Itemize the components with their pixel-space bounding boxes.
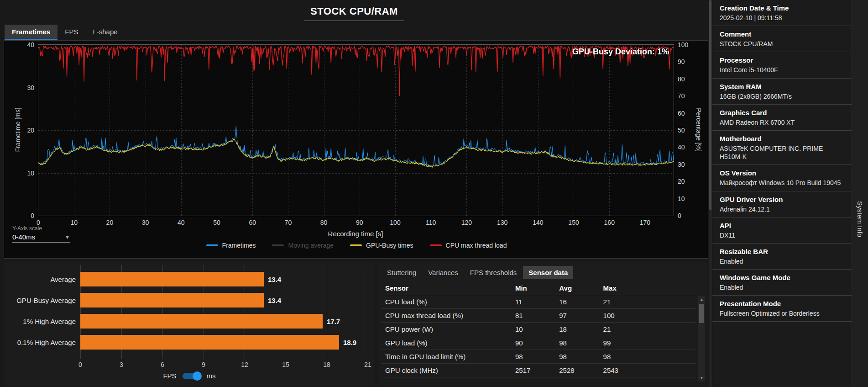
system-info-label: OS Version	[720, 169, 844, 177]
legend-label: Moving average	[288, 242, 334, 249]
system-info-value: STOCK CPU/RAM	[720, 40, 844, 48]
x-tick: 50	[213, 219, 220, 226]
sensor-cell: GPU clock (MHz)	[382, 364, 513, 377]
system-info-value: ASUSTeK COMPUTER INC. PRIME H510M-K	[720, 144, 844, 161]
x-tick: 70	[285, 219, 292, 226]
bar-chart: Average13.4GPU-Busy Average13.41% High A…	[9, 262, 370, 386]
main-scrollbar[interactable]	[709, 0, 712, 387]
bar	[80, 314, 323, 329]
system-info-label: Resizable BAR	[720, 248, 844, 255]
y-right-tick: 30	[678, 161, 685, 168]
y-right-tick: 60	[678, 110, 685, 117]
system-info-tab[interactable]: System Info	[852, 0, 868, 387]
table-scroll-thumb[interactable]	[699, 304, 704, 323]
y-right-tick: 80	[678, 75, 685, 83]
system-info-label: API	[720, 222, 844, 229]
sensor-col-header: Sensor	[382, 281, 513, 295]
system-info-sidebar: Creation Date & Time2025-02-10 | 09:11:5…	[712, 0, 852, 387]
bar-label: 0.1% High Average	[9, 339, 76, 346]
frametime-chart-canvas[interactable]	[38, 45, 674, 216]
x-tick: 110	[426, 219, 436, 226]
sensor-cell: 97	[557, 309, 601, 323]
sensor-cell: 10	[513, 323, 557, 336]
sensor-table-wrap: SensorMinAvgMax CPU load (%)111621CPU ma…	[382, 281, 695, 377]
sensor-cell: 98	[513, 350, 557, 364]
tab-frametimes[interactable]: Frametimes	[5, 25, 58, 40]
system-info-value: AMD Radeon RX 6700 XT	[720, 118, 844, 127]
y-axis-scale-control: Y-Axis scale 0-40ms ▼	[12, 225, 70, 243]
legend-swatch-icon	[206, 244, 218, 246]
sensor-cell: Time in GPU load limit (%)	[382, 350, 513, 364]
x-tick: 80	[320, 219, 328, 226]
bar-tick-label: 0	[78, 361, 82, 368]
tab-fps-thresholds[interactable]: FPS thresholds	[465, 266, 523, 279]
sensor-row: CPU load (%)111621	[382, 295, 695, 309]
bar-value: 13.4	[268, 276, 281, 283]
frametime-chart-panel: GPU-Busy Deviation: 1% Frametime [ms] Pe…	[4, 40, 708, 259]
bar	[80, 272, 264, 286]
bar-row-1-high-average: 1% High Average17.7	[9, 311, 370, 332]
scroll-up-icon[interactable]: ▲	[698, 296, 705, 303]
tab-l-shape[interactable]: L-shape	[85, 25, 125, 40]
sensor-table-head: SensorMinAvgMax	[382, 281, 695, 295]
y-right-tick: 90	[678, 58, 685, 65]
sensor-cell: 21	[601, 323, 695, 336]
x-tick: 0	[37, 219, 40, 226]
y-right-tick: 40	[678, 143, 685, 151]
system-info-label: Motherboard	[720, 135, 844, 143]
sensor-cell: 16	[557, 295, 601, 309]
table-scrollbar[interactable]: ▲ ▼	[698, 296, 705, 382]
system-info-label: GPU Driver Version	[720, 196, 844, 203]
scroll-down-icon[interactable]: ▼	[698, 375, 705, 382]
y-axis-scale-dropdown[interactable]: 0-40ms ▼	[12, 233, 70, 243]
system-info-label: Graphics Card	[720, 109, 844, 117]
y-right-tick: 10	[678, 195, 685, 202]
toggle-knob-icon	[193, 371, 202, 381]
sensor-row: GPU clock (MHz)251725282543	[382, 364, 695, 377]
tab-variances[interactable]: Variances	[423, 266, 464, 279]
tab-fps[interactable]: FPS	[58, 25, 85, 40]
system-info-value: Fullscreen Optimized or Borderless	[720, 309, 844, 318]
sensor-cell: CPU power (W)	[382, 323, 513, 336]
y-right-tick: 0	[678, 212, 681, 219]
system-info-item-processor: ProcessorIntel Core i5-10400F	[712, 52, 852, 78]
tab-stuttering[interactable]: Stuttering	[382, 266, 422, 279]
chart-legend: FrametimesMoving averageGPU-Busy timesCP…	[4, 242, 709, 249]
sensor-cell: 81	[513, 309, 557, 323]
view-tabs: FrametimesFPSL-shape	[5, 25, 125, 40]
sensor-cell: 11	[513, 295, 557, 309]
system-info-value: Adrenalin 24.12.1	[720, 205, 844, 213]
x-tick: 140	[533, 219, 543, 226]
sensor-cell: 98	[557, 336, 601, 350]
bar-axis-ticks: 036912151821	[9, 361, 370, 370]
page-title: STOCK CPU/RAM	[304, 5, 404, 21]
sensor-row: CPU power (W)101821	[382, 323, 695, 336]
sensor-row: GPU load (%)909899	[382, 336, 695, 350]
legend-cpu-max-thread-load[interactable]: CPU max thread load	[430, 242, 507, 249]
sensor-cell: CPU max thread load (%)	[382, 309, 513, 323]
legend-gpu-busy-times[interactable]: GPU-Busy times	[350, 242, 413, 249]
legend-moving-average[interactable]: Moving average	[272, 242, 334, 249]
system-info-value: 2025-02-10 | 09:11:58	[720, 14, 844, 22]
legend-frametimes[interactable]: Frametimes	[206, 242, 256, 249]
x-tick: 60	[249, 219, 256, 226]
system-info-label: Presentation Mode	[720, 300, 844, 307]
unit-toggle[interactable]	[183, 373, 201, 379]
legend-swatch-icon	[430, 244, 442, 246]
x-tick: 120	[461, 219, 472, 226]
bar-tick-label: 6	[161, 361, 164, 368]
bar-tick-label: 21	[364, 361, 371, 368]
y-left-tick: 30	[12, 84, 34, 91]
sensor-cell: 99	[601, 336, 695, 350]
system-info-item-presentation-mode: Presentation ModeFullscreen Optimized or…	[712, 296, 852, 322]
main-scroll-thumb[interactable]	[709, 0, 711, 210]
system-info-item-creation-date-time: Creation Date & Time2025-02-10 | 09:11:5…	[712, 0, 852, 26]
bar-row-gpu-busy-average: GPU-Busy Average13.4	[9, 290, 370, 311]
x-tick: 20	[106, 219, 114, 226]
sensor-cell: 2528	[557, 364, 601, 377]
tab-sensor-data[interactable]: Sensor data	[523, 266, 573, 279]
system-info-value: Майкрософт Windows 10 Pro Build 19045	[720, 179, 844, 187]
system-info-value: Intel Core i5-10400F	[720, 66, 844, 74]
capframex-window: STOCK CPU/RAM FrametimesFPSL-shape GPU-B…	[0, 0, 868, 387]
bar-label: GPU-Busy Average	[9, 297, 76, 304]
